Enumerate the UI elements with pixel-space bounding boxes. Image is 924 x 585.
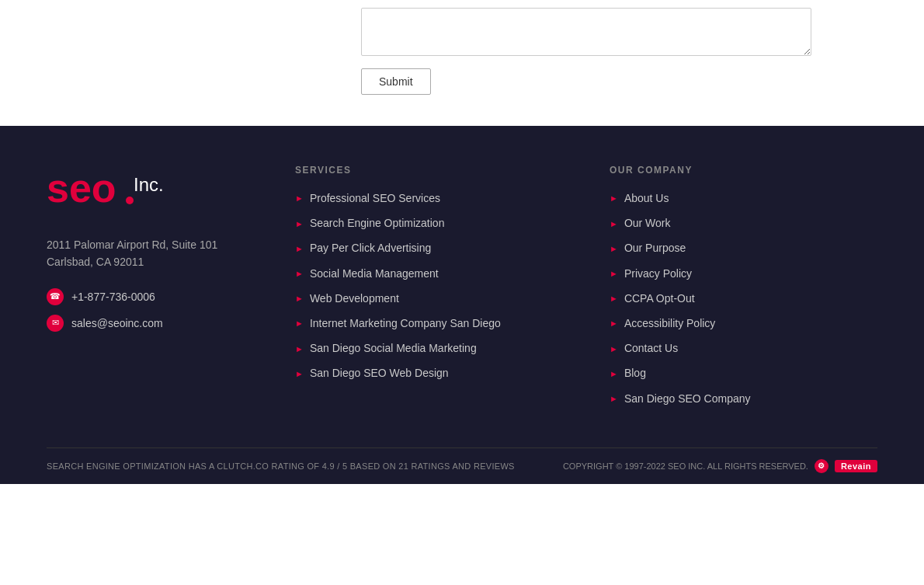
clutch-rating-text: SEARCH ENGINE OPTIMIZATION HAS A CLUTCH.… xyxy=(47,461,515,471)
svg-text:seo: seo xyxy=(47,165,116,211)
chevron-icon: ► xyxy=(610,193,618,204)
form-section: Submit xyxy=(0,0,924,126)
company-link-6[interactable]: ► Contact Us xyxy=(610,341,877,355)
brand-address: 2011 Palomar Airport Rd, Suite 101 Carls… xyxy=(47,236,248,271)
service-link-0[interactable]: ► Professional SEO Services xyxy=(295,191,563,205)
seoinc-logo: seo Inc. xyxy=(47,165,194,211)
message-textarea[interactable] xyxy=(361,8,811,56)
chevron-icon: ► xyxy=(295,293,304,304)
brand-email[interactable]: ✉ sales@seoinc.com xyxy=(47,315,248,332)
copyright-text: COPYRIGHT © 1997-2022 SEO INC. ALL RIGHT… xyxy=(563,461,808,471)
chevron-icon: ► xyxy=(295,368,304,379)
revain-badge: Revain xyxy=(835,460,877,472)
company-link-5[interactable]: ► Accessibility Policy xyxy=(610,316,877,330)
copyright-area: COPYRIGHT © 1997-2022 SEO INC. ALL RIGHT… xyxy=(563,459,877,473)
chevron-icon: ► xyxy=(295,343,304,354)
chevron-icon: ► xyxy=(295,218,304,229)
chevron-icon: ► xyxy=(610,243,618,254)
service-link-4[interactable]: ► Web Development xyxy=(295,291,563,305)
company-link-7[interactable]: ► Blog xyxy=(610,366,877,380)
company-link-1[interactable]: ► Our Work xyxy=(610,216,877,230)
service-link-6[interactable]: ► San Diego Social Media Marketing xyxy=(295,341,563,355)
footer-bottom: SEARCH ENGINE OPTIMIZATION HAS A CLUTCH.… xyxy=(47,447,877,484)
chevron-icon: ► xyxy=(295,193,304,204)
svg-point-2 xyxy=(126,197,134,204)
footer-company-col: OUR COMPANY ► About Us ► Our Work ► Our … xyxy=(610,165,877,416)
company-link-4[interactable]: ► CCPA Opt-Out xyxy=(610,291,877,305)
chevron-icon: ► xyxy=(295,318,304,329)
brand-phone[interactable]: ☎ +1-877-736-0006 xyxy=(47,288,248,305)
form-wrapper: Submit xyxy=(361,0,811,95)
footer-brand-col: seo Inc. 2011 Palomar Airport Rd, Suite … xyxy=(47,165,248,416)
email-icon: ✉ xyxy=(47,315,64,332)
footer-services-col: SERVICES ► Professional SEO Services ► S… xyxy=(295,165,563,416)
service-link-2[interactable]: ► Pay Per Click Advertising xyxy=(295,241,563,255)
service-link-5[interactable]: ► Internet Marketing Company San Diego xyxy=(295,316,563,330)
chevron-icon: ► xyxy=(610,368,618,379)
service-link-7[interactable]: ► San Diego SEO Web Design xyxy=(295,366,563,380)
chevron-icon: ► xyxy=(610,343,618,354)
chevron-icon: ► xyxy=(610,218,618,229)
chevron-icon: ► xyxy=(295,268,304,279)
phone-icon: ☎ xyxy=(47,288,64,305)
service-link-1[interactable]: ► Search Engine Optimization xyxy=(295,216,563,230)
chevron-icon: ► xyxy=(295,243,304,254)
chevron-icon: ► xyxy=(610,268,618,279)
chevron-icon: ► xyxy=(610,318,618,329)
revain-icon: ⚙ xyxy=(815,459,828,473)
chevron-icon: ► xyxy=(610,293,618,304)
company-link-2[interactable]: ► Our Purpose xyxy=(610,241,877,255)
svg-text:Inc.: Inc. xyxy=(134,174,164,195)
company-link-0[interactable]: ► About Us xyxy=(610,191,877,205)
chevron-icon: ► xyxy=(610,393,618,404)
submit-button[interactable]: Submit xyxy=(361,68,431,95)
services-col-title: SERVICES xyxy=(295,165,563,176)
company-link-3[interactable]: ► Privacy Policy xyxy=(610,266,877,280)
company-col-title: OUR COMPANY xyxy=(610,165,877,176)
footer: seo Inc. 2011 Palomar Airport Rd, Suite … xyxy=(0,126,924,484)
footer-main: seo Inc. 2011 Palomar Airport Rd, Suite … xyxy=(47,165,877,447)
service-link-3[interactable]: ► Social Media Management xyxy=(295,266,563,280)
company-link-8[interactable]: ► San Diego SEO Company xyxy=(610,392,877,406)
logo-container: seo Inc. xyxy=(47,165,248,214)
